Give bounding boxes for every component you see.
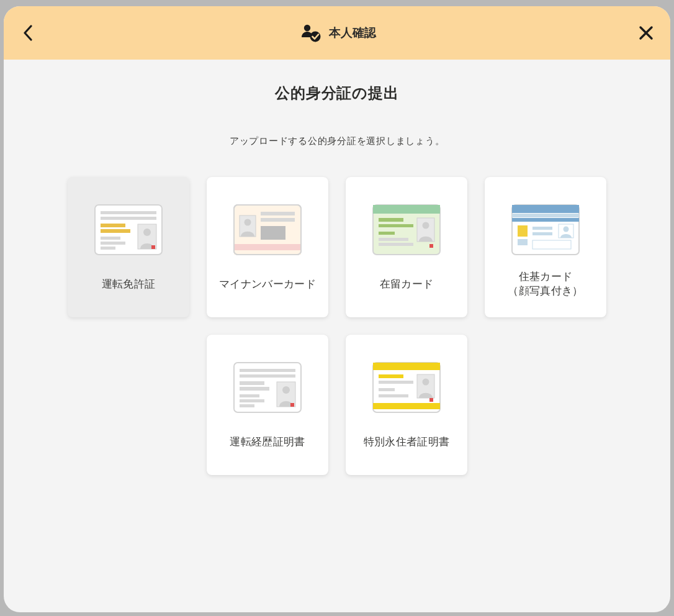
modal-header: 本人確認 (4, 6, 670, 60)
svg-rect-5 (101, 224, 125, 227)
chevron-left-icon (23, 25, 33, 41)
svg-rect-45 (532, 240, 571, 249)
svg-rect-19 (261, 218, 295, 222)
svg-rect-38 (512, 209, 579, 213)
driving-history-cert-icon (233, 362, 302, 413)
doc-option-special-permanent-resident-cert[interactable]: 特別永住者証明書 (346, 335, 467, 475)
doc-option-driving-history-cert[interactable]: 運転経歴証明書 (207, 335, 328, 475)
basic-resident-card-icon (511, 204, 580, 255)
svg-rect-20 (261, 226, 285, 240)
special-permanent-resident-cert-icon (372, 362, 441, 413)
svg-rect-39 (512, 214, 579, 217)
svg-point-0 (304, 25, 310, 31)
doc-option-label: 在留カード (380, 278, 434, 292)
header-title: 本人確認 (329, 25, 376, 41)
svg-rect-34 (429, 244, 433, 248)
svg-rect-62 (373, 366, 440, 370)
svg-rect-29 (379, 232, 395, 235)
svg-rect-52 (240, 387, 269, 391)
document-options-row1: 運転免許証 (35, 177, 639, 317)
svg-rect-50 (240, 374, 295, 378)
doc-option-label: 運転免許証 (102, 278, 156, 292)
svg-rect-53 (240, 394, 259, 397)
svg-rect-28 (379, 224, 413, 227)
svg-rect-43 (532, 227, 552, 230)
svg-rect-65 (379, 381, 413, 384)
svg-rect-42 (518, 239, 528, 245)
svg-rect-51 (240, 381, 264, 385)
close-icon (639, 25, 654, 40)
identity-verification-modal: 本人確認 公的身分証の提出 アップロードする公的身分証を選択しましょう。 (4, 6, 670, 612)
svg-rect-26 (373, 209, 440, 214)
svg-point-33 (423, 222, 429, 229)
svg-point-57 (282, 386, 290, 394)
modal-body: 公的身分証の提出 アップロードする公的身分証を選択しましょう。 (4, 60, 670, 612)
svg-point-22 (245, 219, 251, 226)
doc-option-label: 運転経歴証明書 (230, 435, 305, 450)
svg-rect-54 (240, 399, 264, 402)
back-button[interactable] (17, 22, 38, 43)
svg-point-1 (310, 32, 321, 42)
svg-rect-3 (101, 211, 156, 214)
doc-option-label: 住基カード（顔写真付き） (508, 270, 583, 299)
svg-rect-40 (512, 218, 579, 222)
document-options-row2: 運転経歴証明書 (35, 335, 639, 475)
page-title: 公的身分証の提出 (35, 83, 639, 103)
residence-card-icon (372, 204, 441, 255)
drivers-license-card-icon (94, 204, 163, 255)
close-button[interactable] (636, 22, 657, 43)
svg-point-69 (423, 379, 429, 386)
svg-rect-55 (240, 404, 254, 407)
doc-option-residence-card[interactable]: 在留カード (346, 177, 467, 317)
identity-verification-icon (298, 24, 323, 42)
svg-rect-30 (379, 238, 408, 241)
svg-rect-12 (151, 245, 155, 249)
svg-rect-27 (379, 218, 403, 222)
svg-rect-31 (379, 243, 413, 246)
header-title-group: 本人確認 (298, 24, 376, 42)
doc-option-basic-resident-card[interactable]: 住基カード（顔写真付き） (485, 177, 606, 317)
svg-rect-18 (261, 212, 295, 215)
doc-option-my-number-card[interactable]: マイナンバーカード (207, 177, 328, 317)
svg-rect-67 (379, 394, 408, 397)
svg-rect-8 (101, 242, 125, 245)
svg-rect-58 (290, 403, 294, 407)
doc-option-label: 特別永住者証明書 (364, 435, 450, 450)
doc-option-drivers-license[interactable]: 運転免許証 (68, 177, 189, 317)
svg-rect-6 (101, 229, 130, 233)
svg-rect-66 (379, 388, 395, 391)
svg-rect-7 (101, 237, 120, 240)
svg-rect-44 (532, 232, 552, 235)
my-number-card-icon (233, 204, 302, 255)
svg-rect-70 (429, 398, 433, 402)
svg-rect-41 (518, 225, 528, 237)
svg-rect-63 (373, 403, 440, 409)
svg-rect-64 (379, 374, 403, 378)
svg-rect-9 (101, 247, 115, 250)
page-subtitle: アップロードする公的身分証を選択しましょう。 (35, 135, 639, 147)
svg-rect-15 (234, 250, 301, 255)
svg-point-47 (564, 227, 569, 232)
svg-rect-4 (101, 217, 156, 220)
svg-rect-49 (240, 369, 295, 372)
doc-option-label: マイナンバーカード (219, 278, 316, 292)
svg-point-11 (143, 229, 151, 236)
